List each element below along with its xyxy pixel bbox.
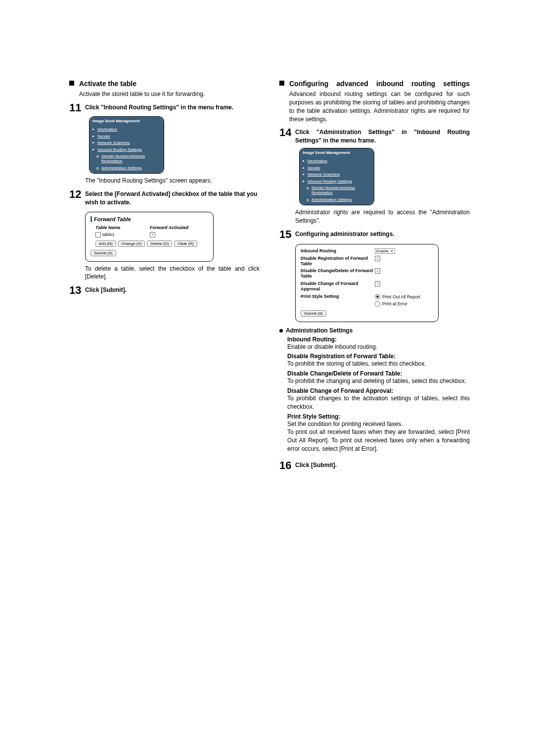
radio-icon	[375, 301, 380, 307]
forward-table-title: Forward Table	[90, 216, 208, 222]
admin-val-inbound: Enable ▼	[375, 248, 433, 254]
forward-table-submit-row: Submit (S)	[90, 250, 208, 256]
subitem-title: Disable Change/Delete of Forward Table:	[287, 370, 470, 377]
ism-item-destination[interactable]: Destination	[303, 158, 374, 165]
fwd-col-name-header: Table Name	[95, 225, 150, 230]
row-select-checkbox[interactable]	[95, 232, 101, 237]
two-column-layout: Activate the table Activate the stored t…	[69, 79, 470, 473]
step-14-title: Click "Administration Settings" in "Inbo…	[295, 127, 470, 145]
admin-row-disable-reg: Disable Registration of Forward Table ✓	[301, 256, 433, 267]
ism-head: Image Send Management	[89, 117, 164, 125]
forward-table: Table Name Forward Activated table1 ✓	[95, 225, 208, 237]
ism-subitem-admin-settings[interactable]: Administration Settings	[92, 165, 164, 172]
page: Activate the table Activate the stored t…	[0, 0, 534, 756]
ism-item-sender[interactable]: Sender	[303, 165, 374, 172]
chevron-down-icon: ▼	[390, 249, 394, 253]
admin-settings-heading: Administration Settings	[279, 327, 470, 334]
subitem-desc: To prohibit the changing and deleting of…	[287, 377, 470, 385]
step-12-after: To delete a table, select the checkbox o…	[85, 265, 260, 282]
subitem-desc: To prohibit changes to the activation se…	[287, 394, 470, 411]
disable-reg-checkbox[interactable]: ✓	[375, 256, 380, 261]
step-12: 12 Select the [Forward Activated] checkb…	[69, 189, 260, 207]
square-bullet-icon	[279, 81, 284, 86]
forward-table-header: Table Name Forward Activated	[95, 225, 208, 230]
ism-item-inbound-routing[interactable]: Inbound Routing Settings	[303, 178, 374, 185]
ism-subitem-sender-reg[interactable]: Sender Number/Address Registration	[303, 185, 374, 196]
ism-head: Image Send Management	[300, 148, 374, 157]
admin-label-disable-change-del: Disable Change/Delete of Forward Table	[301, 268, 375, 279]
step-14-after: Administrator rights are required to acc…	[295, 208, 470, 225]
step-11-num: 11	[69, 102, 83, 113]
configuring-section-head: Configuring advanced inbound routing set…	[279, 79, 470, 88]
ism-item-network-scanning[interactable]: Network Scanning	[303, 171, 374, 178]
ism-item-network-scanning[interactable]: Network Scanning	[92, 140, 164, 146]
ism-item-sender[interactable]: Sender	[92, 133, 164, 140]
configuring-desc: Advanced inbound routing settings can be…	[289, 90, 470, 123]
admin-row-disable-change-del: Disable Change/Delete of Forward Table ✓	[301, 268, 433, 279]
step-11: 11 Click "Inbound Routing Settings" in t…	[69, 102, 260, 113]
clear-button[interactable]: Clear (R)	[174, 240, 197, 247]
subitem-desc: Set the condition for printing received …	[287, 420, 470, 453]
right-column: Configuring advanced inbound routing set…	[279, 79, 470, 473]
subitem-title: Disable Change of Forward Approval:	[287, 387, 470, 394]
delete-button[interactable]: Delete (O)	[147, 240, 172, 247]
step-13-title: Click [Submit].	[85, 285, 127, 294]
submit-button[interactable]: Submit (S)	[90, 250, 116, 256]
admin-settings-title: Administration Settings	[286, 327, 353, 334]
fwd-row-act-cell: ✓	[150, 232, 155, 237]
ism-panel-left: Image Send Management Destination Sender…	[89, 116, 164, 174]
disable-change-del-checkbox[interactable]: ✓	[375, 268, 380, 274]
admin-row-disable-change-appr: Disable Change of Forward Approval ✓	[301, 281, 433, 292]
ism-panel-right: Image Send Management Destination Sender…	[299, 148, 374, 205]
step-13-num: 13	[69, 285, 83, 296]
forward-table-buttons: Add (N) Change (V) Delete (O) Clear (R)	[95, 240, 208, 247]
radio-icon	[375, 294, 380, 299]
admin-label-inbound: Inbound Routing	[301, 248, 375, 254]
step-15-num: 15	[279, 229, 293, 240]
left-column: Activate the table Activate the stored t…	[69, 79, 260, 473]
ism-item-inbound-routing[interactable]: Inbound Routing Settings	[92, 146, 164, 153]
ism-body: Destination Sender Network Scanning Inbo…	[89, 125, 164, 173]
step-11-title: Click "Inbound Routing Settings" in the …	[85, 102, 233, 112]
add-button[interactable]: Add (N)	[95, 240, 116, 247]
configuring-title: Configuring advanced inbound routing set…	[289, 79, 470, 88]
forward-activated-checkbox[interactable]: ✓	[150, 232, 155, 237]
step-16-title: Click [Submit].	[295, 460, 337, 470]
fwd-col-act-header: Forward Activated	[150, 225, 188, 230]
step-11-after: The "Inbound Routing Settings" screen ap…	[85, 177, 260, 185]
admin-submit-button[interactable]: Submit (S)	[301, 310, 326, 317]
step-12-title: Select the [Forward Activated] checkbox …	[85, 189, 260, 207]
radio-print-all[interactable]: Print Out All Report	[375, 294, 420, 300]
subitem-desc: Enable or disable inbound routing.	[287, 343, 470, 351]
activate-title: Activate the table	[79, 79, 136, 88]
ism-subitem-admin-settings[interactable]: Administration Settings	[303, 196, 374, 203]
admin-row-print-style: Print Style Setting Print Out All Report…	[301, 294, 433, 307]
step-14-num: 14	[279, 127, 293, 138]
bullet-icon	[279, 329, 283, 332]
activate-desc: Activate the stored table to use it for …	[79, 90, 260, 98]
ism-subitem-sender-reg[interactable]: Sender Number/Address Registration	[92, 153, 164, 164]
admin-label-print-style: Print Style Setting	[301, 294, 375, 299]
forward-table-panel: Forward Table Table Name Forward Activat…	[85, 212, 214, 262]
admin-label-disable-reg: Disable Registration of Forward Table	[301, 256, 375, 267]
subitem-title: Print Style Setting:	[287, 413, 470, 420]
fwd-row-name: table1	[102, 232, 115, 237]
admin-row-inbound-routing: Inbound Routing Enable ▼	[301, 248, 433, 254]
ism-item-destination[interactable]: Destination	[92, 126, 164, 133]
inbound-routing-select[interactable]: Enable ▼	[375, 248, 395, 254]
activate-section-head: Activate the table	[69, 79, 260, 88]
ism-body: Destination Sender Network Scanning Inbo…	[300, 157, 374, 205]
step-16: 16 Click [Submit].	[279, 460, 470, 471]
square-bullet-icon	[69, 81, 74, 86]
step-13: 13 Click [Submit].	[69, 285, 260, 296]
disable-change-appr-checkbox[interactable]: ✓	[375, 281, 380, 286]
forward-table-row: table1 ✓	[95, 232, 208, 237]
admin-settings-list: Inbound Routing: Enable or disable inbou…	[287, 336, 470, 453]
change-button[interactable]: Change (V)	[118, 240, 145, 247]
radio-print-error[interactable]: Print at Error	[375, 301, 407, 307]
fwd-row-name-cell: table1	[95, 232, 150, 237]
subitem-title: Disable Registration of Forward Table:	[287, 353, 470, 360]
subitem-desc: To prohibit the storing of tables, selec…	[287, 360, 470, 368]
step-15: 15 Configuring administrator settings.	[279, 229, 470, 240]
admin-label-disable-change-appr: Disable Change of Forward Approval	[301, 281, 375, 292]
